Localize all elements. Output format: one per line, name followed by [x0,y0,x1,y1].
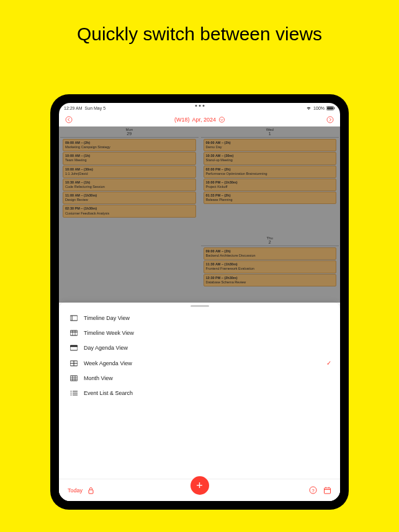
page-headline: Quickly switch between views [0,0,399,45]
event-item[interactable]: 10:00 AM – (30m)1:1 John|David [63,166,196,178]
lock-icon[interactable] [87,487,94,494]
event-item[interactable]: 02:30 PM – (1h30m)Customer Feedback Anal… [63,205,196,217]
sheet-handle[interactable] [191,305,209,307]
calendar-icon[interactable] [323,486,331,494]
week-label: (W18) [174,117,190,123]
menu-label: Timeline Day View [80,315,331,321]
svg-rect-17 [70,376,78,381]
day-label: Thu [201,235,339,240]
svg-rect-8 [70,330,78,335]
svg-point-22 [71,391,72,392]
event-item[interactable]: 11:30 AM – (1h30m)Frontend Framework Eva… [204,260,337,273]
camera-notch [195,105,204,107]
menu-item-timeline-day[interactable]: Timeline Day View [68,311,331,326]
status-time: 12:29 AM [64,106,83,110]
menu-label: Timeline Week View [80,330,331,336]
battery-percent: 100% [313,106,325,110]
day-agenda-icon [68,345,80,351]
menu-label: Month View [80,375,331,381]
svg-point-4 [219,117,224,122]
day-number: 2 [201,240,339,244]
menu-item-event-list[interactable]: Event List & Search [68,386,331,401]
menu-label: Week Agenda View [80,360,326,366]
svg-rect-6 [70,316,78,321]
check-icon: ✓ [326,360,331,366]
event-item[interactable]: 10:30 AM – (1h)Code Refactoring Session [63,179,196,191]
menu-label: Day Agenda View [80,345,331,351]
tablet-frame: 12:29 AM Sun May 5 100% (W18) Apr, 2024 [50,94,349,510]
svg-rect-31 [325,488,331,494]
week-agenda-icon [68,360,80,366]
event-item[interactable]: 11:00 AM – (1h30m)Design Review [63,192,196,204]
event-item[interactable]: 09:00 AM – (2h)Marketing Campaign Strate… [63,139,196,151]
svg-text:?: ? [312,488,315,494]
event-item[interactable]: 09:00 AM – (2h)Backend Architecture Disc… [204,247,337,260]
event-item[interactable]: 09:00 AM – (2h)Demo Day [204,139,337,151]
svg-rect-2 [334,107,334,109]
prev-period-button[interactable] [65,116,73,123]
event-item[interactable]: 10:00 AM – (1h)Team Meeting [63,152,196,164]
month-view-icon [68,375,80,381]
view-menu-list: Timeline Day View Timeline Week View Day… [59,311,340,401]
svg-point-26 [71,394,72,396]
day-label: Mon [60,126,199,131]
timeline-week-icon [68,330,80,336]
day-label: Wed [201,126,339,131]
event-item[interactable]: 10:00 PM – (1h30m)Project Kickoff [204,179,337,191]
svg-rect-13 [70,345,78,347]
day-column[interactable]: Thu 2 09:00 AM – (2h)Backend Architectur… [200,235,341,300]
svg-point-3 [66,117,72,123]
status-date: Sun May 5 [85,106,105,110]
today-button[interactable]: Today [68,487,83,494]
tablet-screen: 12:29 AM Sun May 5 100% (W18) Apr, 2024 [59,103,340,501]
event-item[interactable]: 01:33 PM – (2h)Release Planning [204,192,337,204]
help-icon[interactable]: ? [309,486,317,494]
svg-rect-1 [327,107,333,109]
menu-item-month[interactable]: Month View [68,371,331,386]
battery-icon [326,106,335,110]
menu-item-timeline-week[interactable]: Timeline Week View [68,326,331,340]
day-column[interactable]: Mon 29 09:00 AM – (2h)Marketing Campaign… [59,126,200,235]
menu-item-week-agenda[interactable]: Week Agenda View ✓ [68,355,331,371]
month-label[interactable]: Apr, 2024 [192,117,216,123]
calendar-nav: (W18) Apr, 2024 [59,113,340,126]
wifi-icon [306,106,312,110]
menu-label: Event List & Search [80,390,331,396]
svg-rect-28 [89,490,93,494]
calendar-body: Mon 29 09:00 AM – (2h)Marketing Campaign… [59,126,340,303]
plus-icon: + [196,480,203,491]
menu-item-day-agenda[interactable]: Day Agenda View [68,340,331,355]
day-column[interactable]: Wed 1 09:00 AM – (2h)Demo Day 10:30 AM –… [200,126,341,235]
day-number: 29 [60,131,199,136]
add-event-button[interactable]: + [191,476,209,495]
event-item[interactable]: 02:00 PM – (2h)Performance Optimization … [204,166,337,178]
event-item[interactable]: 12:30 PM – (2h30m)Database Schema Review [204,274,337,286]
svg-point-5 [327,117,333,123]
timeline-day-icon [68,315,80,321]
event-list-icon [68,390,80,396]
svg-point-24 [71,392,72,394]
view-switcher-sheet: Timeline Day View Timeline Week View Day… [59,303,340,501]
day-number: 1 [201,131,339,136]
next-period-button[interactable] [326,116,334,123]
event-item[interactable]: 10:30 AM – (30m)Stand-up Meeting [204,152,337,164]
chevron-down-icon [218,117,225,123]
